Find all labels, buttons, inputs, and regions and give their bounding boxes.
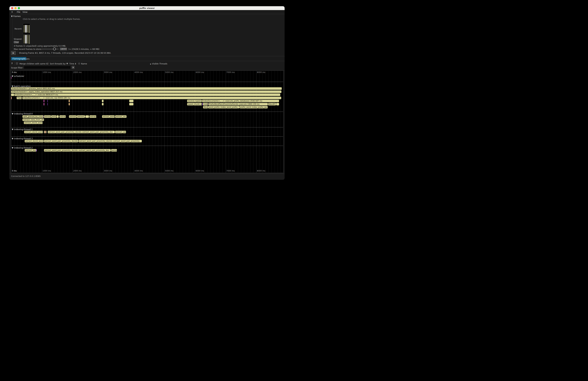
scope-bar[interactable]: extract xyxy=(89,115,97,118)
frames-section-header[interactable]: ▼ Frames xyxy=(11,15,21,18)
frames-hint: Click to select a frame, or drag to sele… xyxy=(23,18,80,20)
scope-bar[interactable] xyxy=(69,100,70,102)
scope-bar[interactable]: extract xyxy=(44,115,51,118)
sort-name-label[interactable]: Name xyxy=(81,63,87,65)
frame-bar[interactable] xyxy=(25,35,26,43)
scope-filter-input[interactable] xyxy=(24,66,71,69)
scope-bar[interactable] xyxy=(11,93,14,96)
help-button[interactable]: ? xyxy=(11,62,13,65)
clear-filter-button[interactable]: x xyxy=(72,66,75,69)
scope-bar[interactable] xyxy=(208,103,209,106)
scope-bar[interactable] xyxy=(11,76,11,79)
scope-bar[interactable] xyxy=(102,103,104,106)
scope-bar[interactable]: IndexDocuments<_, _>::execute_prefix_dat… xyxy=(202,100,279,102)
frame-bar[interactable] xyxy=(24,35,25,43)
frame-bar[interactable] xyxy=(28,35,30,43)
scope-bar[interactable]: extract_ xyxy=(69,115,77,118)
scope-bar[interactable]: extract_doc xyxy=(25,149,36,151)
scope-bar[interactable]: IndexScheduler>::apply_index_operation 8… xyxy=(11,90,281,93)
scope-bar[interactable]: extract_docid_word xyxy=(24,131,43,133)
max-frames-value[interactable]: 18000 xyxy=(60,47,67,50)
grid-line xyxy=(115,71,116,173)
scope-bar[interactable]: index xyxy=(203,103,208,106)
theme-toggle-icon[interactable]: ☀ xyxy=(10,10,14,14)
scope-bar[interactable]: Word xyxy=(203,106,208,108)
scope-bar[interactable]: extract_wo xyxy=(115,115,126,118)
visible-threads-toggle[interactable]: ▶ Visible Threads xyxy=(150,63,167,65)
scope-bar[interactable] xyxy=(276,103,279,106)
frame-bar[interactable] xyxy=(24,25,25,33)
scope-bar[interactable] xyxy=(57,115,59,118)
scope-bar[interactable]: IndexScheduler>::process_batch 8953.821 … xyxy=(11,87,282,90)
divider xyxy=(14,62,15,65)
max-frames-slider[interactable] xyxy=(41,48,59,50)
scope-bar[interactable]: extract_docid_word xyxy=(25,140,44,142)
clear-button[interactable]: Clear xyxy=(14,41,19,44)
sort-direction-icon[interactable]: ⬇ xyxy=(75,63,76,65)
menu-file[interactable]: File xyxy=(17,11,20,13)
scope-bar[interactable] xyxy=(45,131,46,133)
menu-view[interactable]: View xyxy=(22,11,27,13)
scope-bar[interactable] xyxy=(44,100,44,102)
scope-bar[interactable] xyxy=(11,97,12,99)
tab-stats[interactable]: Stats xyxy=(24,58,30,60)
scope-label: IndexScheduler>::apply_index_operation 8… xyxy=(11,90,281,93)
scope-bar[interactable] xyxy=(36,149,37,151)
thread-header-scheduler[interactable]: ▼ scheduler xyxy=(12,75,24,77)
scope-bar[interactable] xyxy=(46,131,46,133)
scope-bar[interactable] xyxy=(69,103,70,106)
scope-bar[interactable]: split_grenad_by_chun xyxy=(22,115,43,118)
scope-bar[interactable] xyxy=(202,103,203,106)
scope-bar[interactable] xyxy=(129,100,133,102)
scope-bar[interactable]: extract_word_pair_proximity_docids xyxy=(44,140,78,142)
scope-bar[interactable]: Trans xyxy=(17,97,22,99)
scope-bar[interactable]: IndexDocuments<_, _>::execute 8656.677 m… xyxy=(14,93,280,96)
thread-header-indexing-thread:3[interactable]: ▼ indexing-thread:3 xyxy=(12,137,33,140)
sort-name-radio[interactable] xyxy=(78,63,80,65)
scope-bar[interactable] xyxy=(129,103,133,106)
scope-bar[interactable]: extract_word_pair_proximity_docids::extr… xyxy=(79,140,142,142)
sort-time-label[interactable]: Time xyxy=(69,63,74,65)
thread-header-indexing-thread:1[interactable]: ▼ indexing-thread:1 xyxy=(12,128,33,130)
slider-knob[interactable] xyxy=(53,47,56,50)
flamegraph-canvas[interactable]: 0 ms0 ms1000 ms1000 ms2000 ms2000 ms3000… xyxy=(11,71,283,173)
scope-bar[interactable] xyxy=(44,131,45,133)
scope-bar[interactable]: extrac xyxy=(111,149,117,151)
scope-bar[interactable]: extrac xyxy=(59,115,66,118)
frame-bar[interactable] xyxy=(28,25,30,33)
scope-bar[interactable] xyxy=(47,100,48,102)
scope-bar[interactable]: prefix_word::index_prefix_wo xyxy=(239,106,268,108)
scope-bar[interactable]: extract_ xyxy=(77,115,85,118)
scope-bar[interactable]: extract_word xyxy=(102,115,115,118)
play-button[interactable]: ▶ xyxy=(11,51,16,55)
scope-bar[interactable]: IndexDocuments<_, _>::execute_raw 8459.1… xyxy=(22,97,281,99)
scope-label: extract_word_pair_proximity_docids::extr… xyxy=(44,149,111,151)
scope-bar[interactable]: extract_wo xyxy=(115,131,126,133)
scope-bar[interactable]: extra xyxy=(51,115,56,118)
scope-bar[interactable]: PrefixWordPairsProximityDocids::execute … xyxy=(209,103,268,106)
slowest-frames-thumbnail[interactable] xyxy=(23,34,30,44)
thread-header-indexing-thread:0[interactable]: ▼ indexing-thread:0 xyxy=(12,112,33,115)
scope-bar[interactable]: extract_word_pair_proximity_docids::extr… xyxy=(44,149,111,151)
scope-bar[interactable]: receive_typed_ xyxy=(187,100,202,102)
recent-frames-thumbnail[interactable] xyxy=(23,23,30,34)
scope-bar[interactable]: extract::data_from_ob xyxy=(22,119,44,121)
merge-children-checkbox[interactable] xyxy=(16,62,18,65)
thread-header-batch-operation[interactable]: ▼ batch-operation xyxy=(12,85,31,87)
frame-bar[interactable] xyxy=(27,35,28,43)
frame-bar[interactable] xyxy=(27,25,28,33)
thread-header-indexing-thread:2[interactable]: ▼ indexing-thread:2 xyxy=(12,147,33,149)
scope-bar[interactable] xyxy=(44,103,44,106)
scope-bar[interactable] xyxy=(102,100,104,102)
grid-line xyxy=(112,71,112,173)
scope-bar[interactable]: extract_word_pair_proximity_docids::extr… xyxy=(48,131,115,133)
scope-bar[interactable] xyxy=(85,115,89,118)
frame-bar[interactable] xyxy=(25,25,26,33)
scope-bar[interactable]: word_prefix::index_word_prefix_ xyxy=(208,106,239,108)
scope-bar[interactable] xyxy=(43,115,44,118)
scope-bar[interactable]: typed_chunk::w xyxy=(187,103,202,106)
scope-bar[interactable]: extract_docid_word xyxy=(24,122,43,124)
sort-time-radio[interactable] xyxy=(66,63,68,65)
scope-bar[interactable] xyxy=(47,103,48,106)
scope-bar[interactable]: WordPr xyxy=(268,103,276,106)
